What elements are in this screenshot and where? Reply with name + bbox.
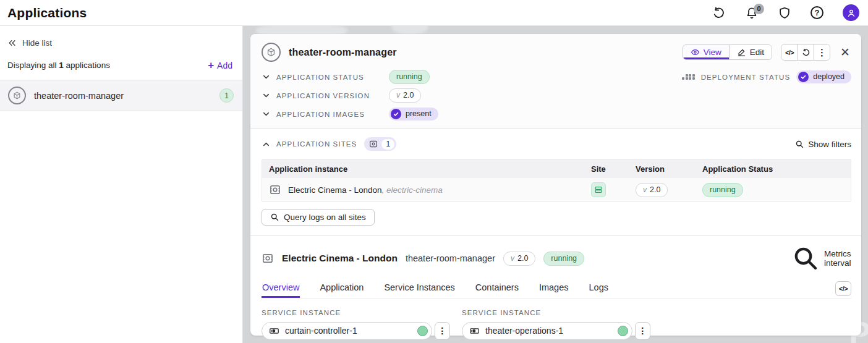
- add-application-button[interactable]: + Add: [208, 60, 232, 70]
- search-icon: [791, 244, 820, 273]
- hide-list-label: Hide list: [22, 38, 52, 48]
- kebab-icon: ⋮: [639, 326, 647, 336]
- detail-header: theater-room-manager View: [250, 34, 861, 128]
- table-row[interactable]: Electric Cinema - London, electric-cinem…: [262, 178, 851, 201]
- eye-icon: [691, 48, 700, 57]
- close-button[interactable]: ✕: [839, 45, 851, 59]
- tab-overview[interactable]: Overview: [262, 279, 300, 298]
- list-summary-row: Displaying all 1 applications + Add: [0, 57, 242, 80]
- show-filters-button[interactable]: Show filters: [795, 140, 851, 149]
- tab-service-instances[interactable]: Service Instances: [383, 279, 455, 298]
- plus-icon: +: [208, 60, 214, 70]
- hide-list-button[interactable]: Hide list: [0, 26, 242, 57]
- list-summary: Displaying all 1 applications: [7, 61, 110, 70]
- code-icon: </>: [785, 49, 794, 56]
- application-detail-card: theater-room-manager View: [250, 34, 861, 336]
- deployment-grid-icon: [682, 74, 695, 80]
- kebab-icon: ⋮: [438, 326, 447, 336]
- instance-app-name: theater-room-manager: [406, 253, 495, 263]
- application-version-label: APPLICATION VERSION: [276, 92, 389, 100]
- sites-table-header: Application instance Site Version Applic…: [262, 159, 851, 178]
- application-sites-label: APPLICATION SITES: [276, 140, 357, 148]
- service-instances-area: SERVICE INSTANCE curtain-controller-1 ⋮: [262, 309, 851, 340]
- top-bar: Applications 0 ?: [0, 0, 868, 26]
- deployment-status-label: DEPLOYMENT STATUS: [701, 74, 791, 81]
- view-edit-toggle: View Edit: [683, 44, 772, 60]
- shield-icon[interactable]: [778, 6, 791, 20]
- code-view-button[interactable]: </>: [835, 281, 851, 296]
- chevron-up-icon[interactable]: [262, 140, 271, 149]
- service-instance-icon: [469, 326, 480, 336]
- col-application-status: Application Status: [702, 164, 851, 174]
- service-instance-label: SERVICE INSTANCE: [262, 309, 450, 316]
- tab-application[interactable]: Application: [319, 279, 364, 298]
- site-icon[interactable]: [591, 182, 606, 197]
- background-decoration: [391, 26, 428, 35]
- user-avatar[interactable]: [843, 4, 859, 21]
- main-area: P theater-room-manager: [243, 26, 868, 343]
- detail-toolbar: </> ⋮: [781, 44, 830, 61]
- service-instance-pill[interactable]: theater-operations-1: [462, 322, 632, 340]
- tab-logs[interactable]: Logs: [589, 279, 609, 298]
- reload-button[interactable]: [798, 44, 814, 60]
- chevron-down-icon[interactable]: [262, 91, 271, 100]
- row-version-badge: v 2.0: [636, 183, 668, 197]
- chevron-down-icon[interactable]: [262, 109, 271, 119]
- instance-name: Electric Cinema - London, electric-cinem…: [288, 185, 443, 195]
- application-cube-icon: [8, 87, 26, 104]
- deployment-status-badge: deployed: [796, 70, 851, 83]
- application-name: theater-room-manager: [34, 91, 211, 101]
- service-instance-pill[interactable]: curtain-controller-1: [262, 322, 432, 340]
- help-icon[interactable]: ?: [811, 6, 823, 19]
- sidebar-item-theater-room-manager[interactable]: theater-room-manager 1: [0, 80, 242, 111]
- code-icon: </>: [839, 285, 848, 292]
- instance-status-badge: running: [543, 252, 584, 266]
- edit-button[interactable]: Edit: [729, 45, 772, 59]
- site-count-badge: 1: [219, 88, 234, 103]
- tab-images[interactable]: Images: [538, 279, 569, 298]
- page-title: Applications: [7, 6, 87, 20]
- status-dot-green: [417, 326, 428, 336]
- notification-count-badge: 0: [754, 4, 764, 14]
- more-actions-button[interactable]: ⋮: [814, 44, 830, 60]
- service-instance-name: theater-operations-1: [485, 326, 612, 336]
- application-status-row: APPLICATION STATUS running: [262, 70, 438, 83]
- application-images-row: APPLICATION IMAGES present: [262, 108, 438, 121]
- service-instance-name: curtain-controller-1: [285, 326, 412, 336]
- row-status-badge: running: [702, 183, 743, 197]
- pencil-icon: [737, 48, 746, 57]
- application-cube-icon: [262, 43, 281, 62]
- applications-sidebar: Hide list Displaying all 1 applications …: [0, 26, 243, 343]
- application-version-row: APPLICATION VERSION v 2.0: [262, 89, 438, 102]
- application-images-badge: present: [389, 108, 438, 121]
- tab-containers[interactable]: Containers: [475, 279, 519, 298]
- check-icon: [798, 72, 809, 82]
- refresh-icon: [802, 48, 811, 57]
- metrics-interval-button[interactable]: Metrics interval: [791, 244, 851, 273]
- instance-tabs: Overview Application Service Instances C…: [262, 279, 851, 299]
- refresh-icon[interactable]: [712, 6, 726, 20]
- application-instance-icon: [269, 184, 281, 196]
- topbar-icons: 0 ?: [712, 4, 859, 21]
- double-chevron-left-icon: [7, 38, 17, 48]
- application-status-badge: running: [389, 70, 430, 84]
- code-view-button[interactable]: </>: [781, 44, 798, 60]
- status-dot-green: [618, 326, 628, 336]
- sites-count-badge: 1: [364, 137, 396, 151]
- service-instance-icon: [269, 326, 279, 336]
- service-instance-menu-button[interactable]: ⋮: [635, 322, 650, 340]
- notifications-bell-icon[interactable]: 0: [745, 6, 759, 20]
- col-application-instance: Application instance: [262, 164, 591, 174]
- chevron-down-icon[interactable]: [262, 72, 271, 82]
- service-instance-card: SERVICE INSTANCE theater-operations-1 ⋮: [462, 309, 650, 340]
- view-button[interactable]: View: [683, 45, 729, 59]
- query-logs-button[interactable]: Query logs on all sites: [262, 209, 375, 226]
- application-sites-section: APPLICATION SITES 1 Show filters: [250, 129, 861, 235]
- instance-version-badge: v 2.0: [503, 252, 535, 266]
- deployment-status-row: DEPLOYMENT STATUS deployed: [682, 70, 851, 83]
- service-instance-menu-button[interactable]: ⋮: [435, 322, 450, 340]
- col-site: Site: [591, 164, 636, 174]
- kebab-icon: ⋮: [817, 47, 827, 58]
- service-instance-card: SERVICE INSTANCE curtain-controller-1 ⋮: [262, 309, 450, 340]
- check-icon: [391, 109, 401, 119]
